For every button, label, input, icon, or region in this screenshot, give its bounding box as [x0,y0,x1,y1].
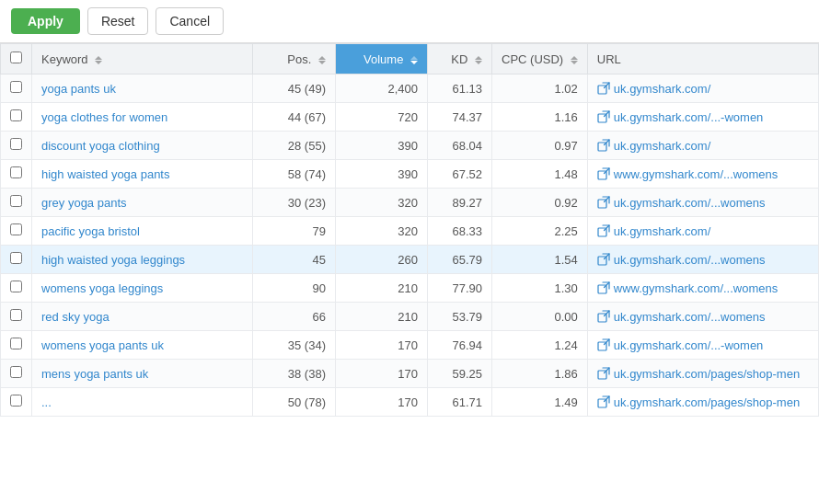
keyword-link[interactable]: high waisted yoga pants [41,167,169,181]
url-link[interactable]: uk.gymshark.com/...-women [597,338,809,352]
row-checkbox-cell[interactable] [1,274,32,303]
cpc-sort-icon [571,56,578,64]
row-url-cell: uk.gymshark.com/pages/shop-men [587,388,818,417]
external-link-icon [597,310,610,323]
keyword-link[interactable]: pacific yoga bristol [41,224,140,238]
col-header-kd[interactable]: KD [428,44,492,74]
table-row: ... 50 (78) 170 61.71 1.49 uk.gymshark.c… [1,388,819,417]
row-keyword-cell: red sky yoga [32,303,253,331]
keyword-link[interactable]: womens yoga pants uk [41,338,164,352]
url-link[interactable]: uk.gymshark.com/...-women [597,110,809,124]
external-link-icon [597,395,610,408]
row-checkbox[interactable] [10,138,22,150]
row-checkbox-cell[interactable] [1,103,32,132]
row-kd-cell: 77.90 [428,274,492,303]
row-checkbox[interactable] [10,281,22,292]
col-header-cpc[interactable]: CPC (USD) [492,44,588,74]
url-link[interactable]: uk.gymshark.com/...womens [597,253,809,267]
col-header-keyword[interactable]: Keyword [32,44,253,74]
row-checkbox[interactable] [10,338,22,349]
row-checkbox-cell[interactable] [1,388,32,417]
row-kd-cell: 65.79 [428,246,492,274]
row-checkbox[interactable] [10,223,22,235]
row-keyword-cell: ... [32,388,253,417]
row-checkbox-cell[interactable] [1,360,32,388]
row-checkbox[interactable] [10,166,22,178]
external-link-icon [597,139,610,152]
row-keyword-cell: yoga pants uk [32,74,253,103]
row-pos-cell: 66 [253,303,336,331]
row-checkbox[interactable] [10,81,22,93]
table-row: red sky yoga 66 210 53.79 0.00 uk.gymsha… [1,303,819,331]
reset-button[interactable]: Reset [87,7,149,35]
row-checkbox-cell[interactable] [1,246,32,274]
col-header-pos[interactable]: Pos. [253,44,336,74]
url-link[interactable]: uk.gymshark.com/pages/shop-men [597,395,809,409]
row-volume-cell: 390 [336,132,428,160]
table-row: high waisted yoga pants 58 (74) 390 67.5… [1,160,819,189]
url-link[interactable]: www.gymshark.com/...womens [597,281,809,295]
row-checkbox-cell[interactable] [1,74,32,103]
row-cpc-cell: 0.97 [492,132,588,160]
row-keyword-cell: pacific yoga bristol [32,217,253,246]
row-volume-cell: 210 [336,274,428,303]
table-container: Keyword Pos. Volume [0,43,819,417]
keyword-link[interactable]: high waisted yoga leggings [41,253,185,267]
url-link[interactable]: uk.gymshark.com/ [597,82,809,96]
external-link-icon [597,367,610,380]
row-checkbox[interactable] [10,252,22,264]
row-kd-cell: 59.25 [428,360,492,388]
row-checkbox[interactable] [10,309,22,321]
row-volume-cell: 170 [336,360,428,388]
keyword-link[interactable]: ... [41,395,52,409]
row-pos-cell: 58 (74) [253,160,336,189]
row-checkbox[interactable] [10,395,22,407]
row-keyword-cell: discount yoga clothing [32,132,253,160]
row-url-cell: uk.gymshark.com/...-women [587,331,818,360]
external-link-icon [597,281,610,294]
row-checkbox-cell[interactable] [1,160,32,189]
keyword-link[interactable]: yoga clothes for women [41,110,167,124]
toolbar: Apply Reset Cancel [0,0,819,43]
row-checkbox[interactable] [10,109,22,121]
row-checkbox-cell[interactable] [1,132,32,160]
row-checkbox-cell[interactable] [1,217,32,246]
apply-button[interactable]: Apply [11,8,80,34]
row-keyword-cell: yoga clothes for women [32,103,253,132]
select-all-checkbox[interactable] [10,52,22,63]
url-link[interactable]: uk.gymshark.com/...womens [597,196,809,210]
url-link[interactable]: www.gymshark.com/...womens [597,167,809,181]
row-checkbox-cell[interactable] [1,189,32,217]
row-checkbox[interactable] [10,195,22,207]
row-pos-cell: 28 (55) [253,132,336,160]
row-checkbox-cell[interactable] [1,331,32,360]
keyword-link[interactable]: womens yoga leggings [41,281,163,295]
row-volume-cell: 2,400 [336,74,428,103]
row-checkbox-cell[interactable] [1,303,32,331]
url-link[interactable]: uk.gymshark.com/ [597,224,809,238]
col-header-volume[interactable]: Volume [336,44,428,74]
col-header-check[interactable] [1,44,32,74]
keyword-link[interactable]: discount yoga clothing [41,139,160,153]
row-checkbox[interactable] [10,366,22,378]
keyword-link[interactable]: mens yoga pants uk [41,367,148,381]
row-cpc-cell: 1.54 [492,246,588,274]
table-row: mens yoga pants uk 38 (38) 170 59.25 1.8… [1,360,819,388]
keyword-table: Keyword Pos. Volume [0,43,819,417]
row-keyword-cell: womens yoga pants uk [32,331,253,360]
row-volume-cell: 260 [336,246,428,274]
col-header-url: URL [587,44,818,74]
cancel-button[interactable]: Cancel [156,7,224,35]
url-link[interactable]: uk.gymshark.com/ [597,139,809,153]
table-row: yoga pants uk 45 (49) 2,400 61.13 1.02 u… [1,74,819,103]
table-row: grey yoga pants 30 (23) 320 89.27 0.92 u… [1,189,819,217]
url-link[interactable]: uk.gymshark.com/pages/shop-men [597,367,809,381]
keyword-link[interactable]: yoga pants uk [41,82,116,96]
volume-sort-icon [410,56,418,64]
keyword-link[interactable]: grey yoga pants [41,196,127,210]
row-kd-cell: 68.33 [428,217,492,246]
row-volume-cell: 320 [336,189,428,217]
row-pos-cell: 45 [253,246,336,274]
url-link[interactable]: uk.gymshark.com/...womens [597,310,809,324]
keyword-link[interactable]: red sky yoga [41,310,110,324]
